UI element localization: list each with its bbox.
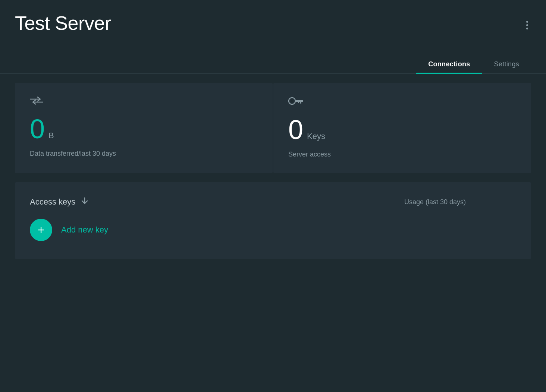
- sort-down-icon: [81, 197, 89, 207]
- header: Test Server: [0, 0, 546, 40]
- add-key-row: + Add new key: [30, 219, 516, 241]
- keys-unit: Keys: [307, 132, 325, 141]
- data-unit: B: [48, 131, 54, 140]
- server-access-label: Server access: [288, 151, 516, 158]
- tabs-container: Connections Settings: [0, 55, 546, 74]
- dot-3: [526, 28, 528, 29]
- svg-rect-4: [295, 100, 303, 102]
- tab-connections[interactable]: Connections: [416, 55, 482, 73]
- svg-point-3: [291, 99, 294, 102]
- keys-number: 0: [288, 116, 303, 143]
- plus-icon: +: [38, 224, 45, 236]
- data-number-row: 0 B: [30, 116, 258, 142]
- svg-rect-6: [298, 102, 299, 103]
- stats-row: 0 B Data transferred/last 30 days: [0, 74, 546, 173]
- add-new-key-label[interactable]: Add new key: [61, 225, 108, 235]
- tab-settings[interactable]: Settings: [482, 55, 531, 73]
- transfer-icon: [30, 96, 258, 105]
- dot-2: [526, 24, 528, 26]
- app-container: Test Server Connections Settings: [0, 0, 546, 392]
- usage-column-label: Usage (last 30 days): [404, 198, 516, 206]
- keys-number-row: 0 Keys: [288, 116, 516, 143]
- more-options-button[interactable]: [523, 18, 531, 32]
- add-new-key-button[interactable]: +: [30, 219, 52, 241]
- section-header: Access keys Usage (last 30 days): [30, 197, 516, 207]
- data-transferred-card: 0 B Data transferred/last 30 days: [15, 83, 273, 173]
- data-number: 0: [30, 116, 45, 142]
- key-icon: [288, 96, 516, 106]
- data-label: Data transferred/last 30 days: [30, 150, 258, 158]
- dot-1: [526, 21, 528, 23]
- server-access-card: 0 Keys Server access: [273, 83, 531, 173]
- access-keys-section: Access keys Usage (last 30 days) + Add n…: [15, 182, 531, 259]
- svg-rect-5: [300, 102, 301, 104]
- access-keys-label: Access keys: [30, 197, 75, 207]
- page-title: Test Server: [15, 12, 111, 34]
- access-keys-title[interactable]: Access keys: [30, 197, 89, 207]
